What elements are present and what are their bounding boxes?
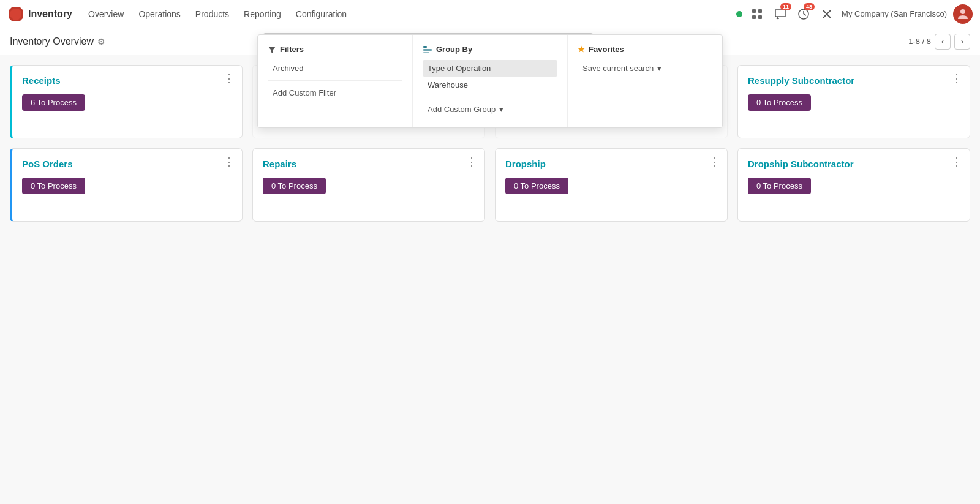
- svg-rect-15: [423, 46, 427, 48]
- svg-line-8: [804, 14, 806, 15]
- nav-products[interactable]: Products: [189, 6, 235, 23]
- card-dropship-process-button[interactable]: 0 To Process: [505, 178, 568, 194]
- nav-operations[interactable]: Operations: [132, 6, 186, 23]
- filter-icon: [268, 45, 276, 54]
- groupby-title: Group By: [423, 45, 557, 54]
- card-dropship-subcontractor-menu[interactable]: ⋮: [951, 156, 962, 167]
- card-dropship: Dropship ⋮ 0 To Process: [495, 148, 728, 222]
- search-dropdown-panel: Filters Archived Add Custom Filter Group…: [257, 34, 723, 128]
- svg-rect-3: [758, 9, 762, 13]
- card-pos-orders-title[interactable]: PoS Orders: [22, 159, 232, 169]
- card-receipts: Receipts ⋮ 6 To Process: [10, 65, 243, 138]
- favorites-title: ★ Favorites: [578, 45, 712, 54]
- card-receipts-menu[interactable]: ⋮: [224, 73, 235, 84]
- apps-icon: [752, 9, 763, 20]
- top-navigation: Inventory Overview Operations Products R…: [0, 0, 980, 28]
- groupby-icon: [423, 45, 432, 54]
- pagination-prev[interactable]: ‹: [935, 34, 951, 50]
- clock-button[interactable]: 48: [795, 6, 812, 23]
- avatar-icon: [956, 7, 970, 21]
- filters-title: Filters: [268, 45, 402, 54]
- user-avatar[interactable]: [953, 4, 973, 24]
- card-resupply-subcontractor: Resupply Subcontractor ⋮ 0 To Process: [737, 65, 970, 138]
- svg-rect-2: [752, 9, 756, 13]
- app-name: Inventory: [28, 9, 72, 20]
- groupby-add-custom[interactable]: Add Custom Group ▾: [423, 101, 557, 118]
- filter-archived[interactable]: Archived: [268, 60, 402, 77]
- card-receipts-process-button[interactable]: 6 To Process: [22, 94, 85, 111]
- messages-button[interactable]: 11: [772, 6, 789, 23]
- x-icon: [821, 9, 832, 20]
- card-repairs: Repairs ⋮ 0 To Process: [252, 148, 485, 222]
- close-button[interactable]: [818, 6, 835, 23]
- svg-rect-5: [758, 15, 762, 19]
- card-dropship-subcontractor-title[interactable]: Dropship Subcontractor: [748, 159, 960, 169]
- svg-marker-1: [10, 9, 21, 20]
- card-pos-orders-menu[interactable]: ⋮: [224, 156, 235, 167]
- card-repairs-menu[interactable]: ⋮: [466, 156, 477, 167]
- messages-badge: 11: [780, 3, 791, 10]
- page-title-text: Inventory Overview: [10, 36, 94, 47]
- groupby-divider: [423, 97, 557, 97]
- svg-rect-16: [423, 49, 432, 51]
- nav-overview[interactable]: Overview: [82, 6, 130, 23]
- groupby-warehouse[interactable]: Warehouse: [423, 77, 557, 93]
- page-settings-icon[interactable]: ⚙: [97, 37, 105, 47]
- add-custom-dropdown-arrow: ▾: [499, 105, 503, 114]
- company-name[interactable]: My Company (San Francisco): [842, 9, 947, 18]
- card-repairs-title[interactable]: Repairs: [263, 159, 475, 169]
- filter-divider: [268, 80, 402, 81]
- status-indicator: [736, 11, 742, 17]
- card-resupply-menu[interactable]: ⋮: [951, 73, 962, 84]
- star-icon: ★: [578, 45, 585, 54]
- page-title-container: Inventory Overview ⚙: [10, 36, 105, 47]
- pagination-next[interactable]: ›: [954, 34, 970, 50]
- svg-point-11: [960, 9, 965, 14]
- grid-icon-button[interactable]: [748, 6, 766, 23]
- pagination-text: 1-8 / 8: [908, 37, 931, 46]
- card-resupply-process-button[interactable]: 0 To Process: [748, 94, 811, 111]
- logo-icon: [7, 6, 24, 23]
- groupby-type-of-operation[interactable]: Type of Operation: [423, 60, 557, 77]
- card-dropship-title[interactable]: Dropship: [505, 159, 717, 169]
- clock-badge: 48: [804, 3, 815, 10]
- svg-rect-4: [752, 15, 756, 19]
- card-receipts-title[interactable]: Receipts: [22, 75, 232, 86]
- card-dropship-subcontractor: Dropship Subcontractor ⋮ 0 To Process: [737, 148, 970, 222]
- favorites-column: ★ Favorites Save current search ▾: [568, 35, 722, 127]
- card-dropship-subcontractor-process-button[interactable]: 0 To Process: [748, 178, 811, 194]
- nav-menu: Overview Operations Products Reporting C…: [82, 6, 736, 23]
- filters-column: Filters Archived Add Custom Filter: [258, 35, 413, 127]
- svg-rect-17: [423, 52, 429, 53]
- groupby-column: Group By Type of Operation Warehouse Add…: [413, 35, 568, 127]
- nav-configuration[interactable]: Configuration: [290, 6, 353, 23]
- svg-marker-14: [268, 47, 276, 53]
- pagination: 1-8 / 8 ‹ ›: [908, 34, 970, 50]
- save-search-dropdown-arrow: ▾: [657, 64, 662, 73]
- card-pos-orders-process-button[interactable]: 0 To Process: [22, 178, 85, 194]
- card-dropship-menu[interactable]: ⋮: [709, 156, 720, 167]
- app-logo[interactable]: Inventory: [7, 6, 72, 23]
- card-repairs-process-button[interactable]: 0 To Process: [263, 178, 326, 194]
- card-resupply-subcontractor-title[interactable]: Resupply Subcontractor: [748, 75, 960, 86]
- nav-right-section: 11 48 My Company (San Francisco): [736, 4, 973, 24]
- filter-add-custom[interactable]: Add Custom Filter: [268, 85, 402, 101]
- card-pos-orders: PoS Orders ⋮ 0 To Process: [10, 148, 243, 222]
- nav-reporting[interactable]: Reporting: [238, 6, 287, 23]
- favorites-save-search[interactable]: Save current search ▾: [578, 60, 712, 77]
